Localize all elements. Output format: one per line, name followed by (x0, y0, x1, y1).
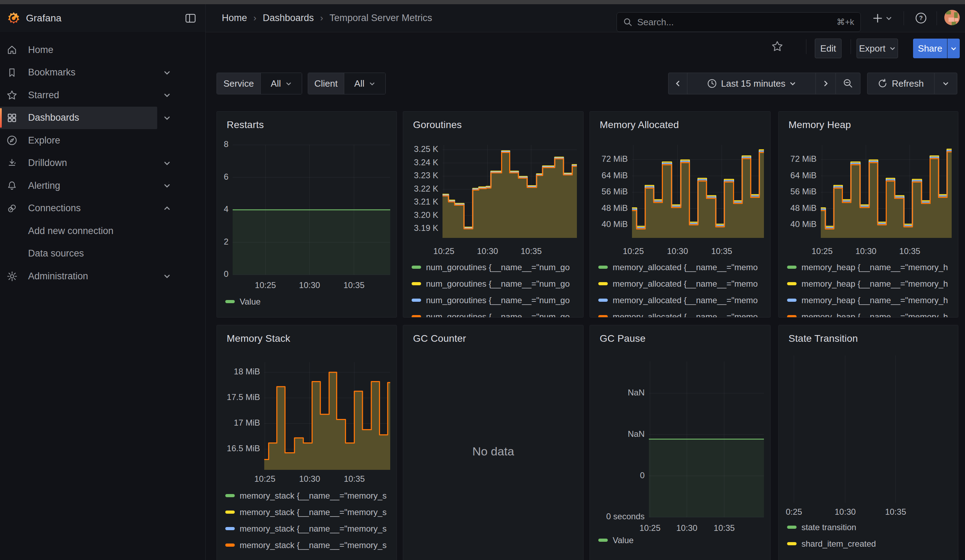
svg-text:0:25: 0:25 (786, 507, 802, 516)
sidebar-item-drilldown[interactable]: Drilldown (0, 152, 205, 175)
service-variable[interactable]: Service All (216, 73, 302, 95)
svg-text:2: 2 (224, 237, 229, 247)
svg-text:72 MiB: 72 MiB (602, 154, 628, 163)
sidebar-item-label: Add new connection (28, 225, 113, 237)
share-button[interactable]: Share (913, 39, 947, 58)
sidebar-item-label: Home (28, 44, 53, 56)
time-shift-back-button[interactable] (668, 73, 687, 95)
sidebar-item-alerting[interactable]: Alerting (0, 175, 205, 197)
chevron-up-icon[interactable] (164, 205, 170, 212)
legend-item[interactable]: Value (217, 293, 396, 310)
sidebar-item-label: Administration (28, 271, 88, 282)
legend-item[interactable]: shard_item_created (779, 536, 958, 552)
legend-item[interactable]: memory_stack {__name__="memory_s (217, 537, 396, 553)
legend-item[interactable]: memory_stack {__name__="memory_s (217, 520, 396, 537)
legend-item[interactable]: memory_allocated {__name__="memo (590, 309, 770, 318)
legend-item[interactable]: memory_stack {__name__="memory_s (217, 504, 396, 520)
legend-marker (412, 315, 421, 318)
sidebar-item-dashboards[interactable]: Dashboards (0, 107, 205, 129)
legend-item[interactable]: state transition (779, 519, 958, 536)
sidebar-item-bookmarks[interactable]: Bookmarks (0, 61, 205, 84)
search-shortcut: ⌘+k (837, 17, 854, 27)
svg-text:10:25: 10:25 (623, 247, 644, 256)
chevron-right-icon (822, 80, 829, 87)
svg-text:3.21 K: 3.21 K (414, 197, 438, 206)
svg-text:10:30: 10:30 (299, 280, 320, 290)
sidebar-item-add-new-connection[interactable]: Add new connection (0, 220, 205, 242)
chevron-left-icon (674, 80, 682, 87)
legend-marker (598, 282, 608, 285)
svg-text:18 MiB: 18 MiB (234, 367, 260, 376)
sidebar-item-administration[interactable]: Administration (0, 265, 205, 288)
legend-item[interactable]: memory_heap {__name__="memory_h (779, 276, 958, 292)
legend-item[interactable]: memory_heap {__name__="memory_h (779, 309, 958, 318)
window-top-strip (0, 0, 965, 4)
time-range-label: Last 15 minutes (721, 78, 786, 89)
plug-icon (6, 202, 18, 214)
breadcrumb-home[interactable]: Home (222, 13, 247, 23)
svg-text:10:30: 10:30 (855, 247, 877, 256)
legend-item[interactable]: memory_allocated {__name__="memo (590, 259, 770, 276)
legend-item[interactable]: memory_allocated {__name__="memo (590, 292, 770, 309)
zoom-out-button[interactable] (836, 73, 860, 95)
chevron-down-icon[interactable] (164, 182, 170, 189)
sidebar-item-data-sources[interactable]: Data sources (0, 242, 205, 265)
export-button[interactable]: Export (857, 39, 898, 58)
legend-item[interactable]: num_goroutines {__name__="num_go (403, 259, 583, 276)
sidebar-item-explore[interactable]: Explore (0, 129, 205, 152)
legend-item[interactable]: num_goroutines {__name__="num_go (403, 292, 583, 309)
refresh-button[interactable]: Refresh (867, 73, 934, 95)
grafana-logo-icon[interactable] (7, 11, 20, 25)
share-dropdown-button[interactable] (947, 39, 960, 58)
chevron-down-icon[interactable] (164, 69, 170, 76)
legend: state transitionshard_item_created (779, 519, 958, 560)
legend-marker (598, 315, 608, 318)
client-variable[interactable]: Client All (308, 73, 386, 95)
clock-icon (707, 78, 717, 88)
legend-label: memory_stack {__name__="memory_s (240, 491, 387, 501)
legend-item[interactable]: Value (590, 532, 770, 549)
legend-item[interactable]: memory_stack {__name__="memory_s (217, 487, 396, 504)
svg-text:10:25: 10:25 (254, 474, 275, 483)
breadcrumb: Home › Dashboards › Temporal Server Metr… (222, 4, 432, 32)
help-button[interactable]: ? (915, 4, 927, 32)
chevron-down-icon[interactable] (164, 114, 170, 121)
panel-title[interactable]: GC Counter (413, 333, 466, 344)
breadcrumb-dashboards[interactable]: Dashboards (263, 13, 314, 23)
chevron-down-icon (369, 81, 375, 87)
add-button[interactable] (872, 4, 892, 32)
svg-text:NaN: NaN (628, 429, 644, 439)
svg-text:10:35: 10:35 (344, 474, 365, 483)
service-value-dropdown[interactable]: All (260, 73, 302, 94)
legend-label: Value (240, 297, 261, 307)
legend-marker (787, 542, 797, 545)
time-shift-forward-button[interactable] (816, 73, 836, 95)
svg-text:64 MiB: 64 MiB (790, 171, 816, 180)
avatar[interactable] (944, 10, 960, 25)
refresh-icon (878, 78, 887, 88)
legend-item[interactable]: num_goroutines {__name__="num_go (403, 276, 583, 292)
svg-text:72 MiB: 72 MiB (790, 154, 816, 163)
legend-item[interactable]: memory_heap {__name__="memory_h (779, 259, 958, 276)
favorite-star-button[interactable] (770, 36, 785, 56)
chevron-down-icon[interactable] (164, 160, 170, 167)
client-value-dropdown[interactable]: All (344, 73, 385, 94)
nav-divider (937, 11, 937, 25)
panel-memory-stack: Memory Stack16.5 MiB17 MiB17.5 MiB18 MiB… (216, 325, 397, 560)
sidebar-item-starred[interactable]: Starred (0, 84, 205, 107)
sidebar-item-connections[interactable]: Connections (0, 197, 205, 220)
chevron-down-icon[interactable] (164, 91, 170, 99)
legend-item[interactable]: memory_allocated {__name__="memo (590, 276, 770, 292)
legend-item[interactable]: memory_heap {__name__="memory_h (779, 292, 958, 309)
time-range-picker[interactable]: Last 15 minutes (687, 73, 816, 95)
svg-text:64 MiB: 64 MiB (602, 171, 628, 180)
chevron-down-icon[interactable] (164, 273, 170, 280)
sidebar-toggle-icon[interactable] (185, 13, 196, 23)
refresh-interval-dropdown[interactable] (934, 73, 957, 95)
sidebar-item-home[interactable]: Home (0, 39, 205, 61)
legend-item[interactable]: num_goroutines {__name__="num_go (403, 309, 583, 318)
edit-button[interactable]: Edit (815, 39, 841, 58)
service-label: Service (217, 73, 260, 94)
search-input[interactable]: Search... ⌘+k (617, 12, 861, 32)
nav-divider (904, 11, 904, 25)
